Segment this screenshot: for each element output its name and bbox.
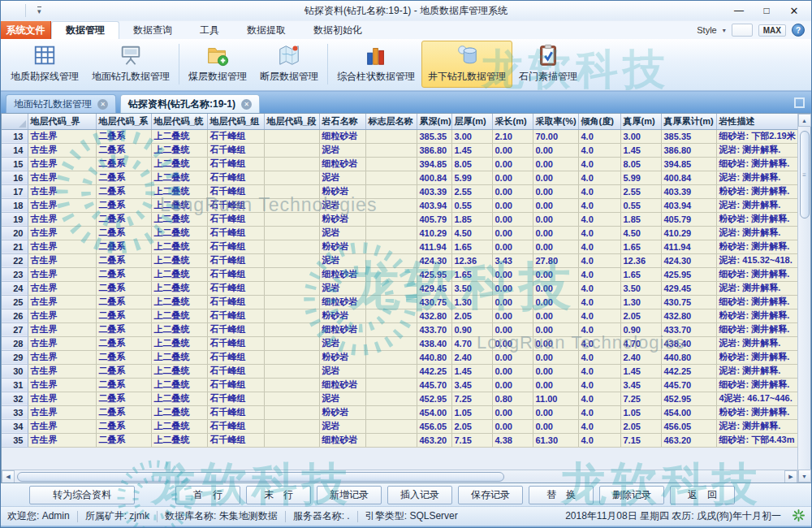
cell-marker[interactable] — [365, 364, 417, 378]
cell-caichang[interactable]: 0.00 — [492, 171, 533, 184]
row-number-cell[interactable]: 21 — [2, 240, 28, 253]
column-header[interactable]: 累深(m) — [417, 114, 451, 129]
cell-marker[interactable] — [365, 184, 417, 198]
help-icon[interactable]: ? — [792, 24, 805, 37]
cell-tong[interactable]: 上二叠统 — [151, 364, 207, 378]
cell-jie[interactable]: 古生界 — [28, 143, 96, 157]
cell-xi[interactable]: 二叠系 — [96, 198, 151, 212]
cell-cenghou[interactable]: 3.50 — [451, 281, 492, 295]
column-header[interactable]: 地层代码_段 — [264, 114, 319, 129]
cell-xi[interactable]: 二叠系 — [96, 184, 151, 198]
cell-duan[interactable] — [264, 350, 319, 364]
cell-tong[interactable]: 上二叠统 — [151, 309, 207, 322]
cell-tong[interactable]: 上二叠统 — [151, 350, 207, 364]
cell-zhenhoulj[interactable]: 429.45 — [661, 281, 716, 295]
cell-rock[interactable]: 泥岩 — [319, 143, 365, 157]
footer-button[interactable]: 替 换 — [529, 486, 594, 504]
cell-rock[interactable]: 泥岩 — [319, 336, 365, 350]
cell-zu[interactable]: 石千峰组 — [207, 240, 264, 253]
cell-duan[interactable] — [264, 309, 319, 322]
cell-leishen[interactable]: 454.00 — [417, 405, 451, 419]
scroll-left-icon[interactable]: ◀ — [2, 470, 15, 483]
cell-caichang[interactable]: 0.00 — [492, 157, 533, 171]
cell-desc[interactable]: 泥岩: 测井解释. — [716, 226, 797, 240]
cell-marker[interactable] — [365, 281, 417, 295]
cell-desc[interactable]: 泥岩: 测井解释. — [716, 364, 797, 378]
cell-zhenhou[interactable]: 3.50 — [620, 281, 661, 295]
tab-close-icon[interactable]: ✕ — [97, 99, 108, 110]
cell-xi[interactable]: 二叠系 — [96, 322, 151, 336]
cell-cenghou[interactable]: 1.65 — [451, 267, 492, 281]
cell-marker[interactable] — [365, 336, 417, 350]
cell-xi[interactable]: 二叠系 — [96, 378, 151, 392]
cell-cenghou[interactable]: 1.45 — [451, 364, 492, 378]
cell-leishen[interactable]: 405.79 — [417, 212, 451, 226]
cell-zhenhoulj[interactable]: 463.20 — [661, 433, 716, 447]
cell-duan[interactable] — [264, 336, 319, 350]
cell-caiqulv[interactable]: 0.00 — [533, 157, 578, 171]
cell-zhenhou[interactable]: 1.85 — [620, 212, 661, 226]
cell-leishen[interactable]: 442.25 — [417, 364, 451, 378]
cell-rock[interactable]: 泥岩 — [319, 419, 365, 433]
cell-zhenhoulj[interactable]: 438.40 — [661, 336, 716, 350]
cell-cenghou[interactable]: 3.45 — [451, 378, 492, 392]
cell-zhenhoulj[interactable]: 456.05 — [661, 419, 716, 433]
cell-xi[interactable]: 二叠系 — [96, 364, 151, 378]
cell-duan[interactable] — [264, 129, 319, 143]
cell-xi[interactable]: 二叠系 — [96, 143, 151, 157]
cell-zu[interactable]: 石千峰组 — [207, 267, 264, 281]
cell-zu[interactable]: 石千峰组 — [207, 212, 264, 226]
cell-jie[interactable]: 古生界 — [28, 240, 96, 253]
cell-caiqulv[interactable]: 0.00 — [533, 322, 578, 336]
cell-zu[interactable]: 石千峰组 — [207, 253, 264, 267]
cell-cenghou[interactable]: 1.05 — [451, 405, 492, 419]
cell-xi[interactable]: 二叠系 — [96, 309, 151, 322]
cell-desc[interactable]: 粉砂岩: 测井解释. — [716, 240, 797, 253]
cell-zhenhou[interactable]: 3.45 — [620, 378, 661, 392]
cell-caichang[interactable]: 0.00 — [492, 364, 533, 378]
cell-jie[interactable]: 古生界 — [28, 405, 96, 419]
cell-cenghou[interactable]: 0.55 — [451, 198, 492, 212]
cell-duan[interactable] — [264, 281, 319, 295]
cell-marker[interactable] — [365, 212, 417, 226]
cell-jie[interactable]: 古生界 — [28, 198, 96, 212]
column-header[interactable]: 标志层名称 — [365, 114, 417, 129]
cell-zhenhoulj[interactable]: 425.95 — [661, 267, 716, 281]
cell-caichang[interactable]: 0.00 — [492, 143, 533, 157]
cell-leishen[interactable]: 429.45 — [417, 281, 451, 295]
cell-xi[interactable]: 二叠系 — [96, 157, 151, 171]
cell-duan[interactable] — [264, 143, 319, 157]
row-number-cell[interactable]: 31 — [2, 378, 28, 392]
cell-qingjiao[interactable]: 4.0 — [578, 295, 620, 309]
cell-caichang[interactable]: 4.38 — [492, 433, 533, 447]
cell-qingjiao[interactable]: 4.0 — [578, 157, 620, 171]
theme-swatch-button[interactable] — [732, 24, 753, 37]
cell-caichang[interactable]: 0.00 — [492, 240, 533, 253]
cell-zhenhou[interactable]: 1.05 — [620, 405, 661, 419]
cell-caiqulv[interactable]: 0.00 — [533, 336, 578, 350]
cell-zhenhou[interactable]: 8.05 — [620, 157, 661, 171]
cell-leishen[interactable]: 403.94 — [417, 198, 451, 212]
vertical-scrollbar[interactable]: ▲ ≡ ▼ — [797, 114, 810, 483]
column-header[interactable]: 倾角(度) — [578, 114, 620, 129]
cell-zhenhoulj[interactable]: 433.70 — [661, 322, 716, 336]
cell-marker[interactable] — [365, 378, 417, 392]
tool-button[interactable]: 断层数据管理 — [253, 41, 325, 88]
cell-duan[interactable] — [264, 322, 319, 336]
cell-qingjiao[interactable]: 4.0 — [578, 281, 620, 295]
cell-xi[interactable]: 二叠系 — [96, 295, 151, 309]
cell-caiqulv[interactable]: 0.00 — [533, 295, 578, 309]
cell-xi[interactable]: 二叠系 — [96, 405, 151, 419]
cell-cenghou[interactable]: 7.15 — [451, 433, 492, 447]
cell-zu[interactable]: 石千峰组 — [207, 378, 264, 392]
cell-zhenhoulj[interactable]: 424.30 — [661, 253, 716, 267]
cell-marker[interactable] — [365, 295, 417, 309]
cell-marker[interactable] — [365, 419, 417, 433]
cell-zu[interactable]: 石千峰组 — [207, 281, 264, 295]
row-number-cell[interactable]: 22 — [2, 253, 28, 267]
cell-qingjiao[interactable]: 4.0 — [578, 309, 620, 322]
cell-caiqulv[interactable]: 0.00 — [533, 184, 578, 198]
cell-qingjiao[interactable]: 4.0 — [578, 253, 620, 267]
cell-rock[interactable]: 泥岩 — [319, 226, 365, 240]
cell-duan[interactable] — [264, 405, 319, 419]
